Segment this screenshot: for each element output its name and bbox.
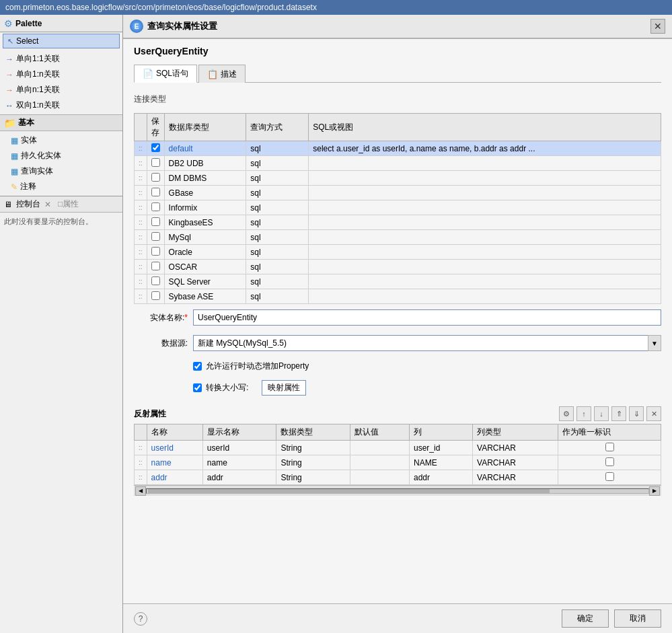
nav-label-2: 单向n:1关联 <box>16 84 60 96</box>
map-button[interactable]: 映射属性 <box>262 380 306 396</box>
cancel-button[interactable]: 取消 <box>614 609 661 628</box>
rrow-display-0: userId <box>202 441 276 455</box>
row-sql-4 <box>309 200 661 215</box>
row-querymode-6: sql <box>246 230 309 245</box>
rth-default: 默认值 <box>350 424 410 441</box>
conn-row-7[interactable]: :: Oracle sql <box>135 245 661 260</box>
title-bar: com.primeton.eos.base.logicflow/src/com/… <box>0 0 672 15</box>
datasource-dropdown-arrow[interactable]: ▼ <box>648 335 661 351</box>
entity-name-input[interactable] <box>193 309 661 326</box>
toolbar-top-btn[interactable]: ⇑ <box>611 406 626 421</box>
datasource-select[interactable]: 新建 MySQL(MySql_5.5) <box>193 335 661 351</box>
query-label: 查询实体 <box>21 165 53 177</box>
datasource-label: 数据源: <box>134 338 188 349</box>
conn-row-2[interactable]: :: DM DBMS sql <box>135 171 661 186</box>
toolbar-settings-btn[interactable]: ⚙ <box>559 406 574 421</box>
conn-row-10[interactable]: :: Sybase ASE sql <box>135 289 661 304</box>
tab-desc[interactable]: 📋 描述 <box>198 65 246 83</box>
row-handle-9: :: <box>135 274 147 289</box>
row-handle-7: :: <box>135 245 147 260</box>
rrow-col-1: NAME <box>410 455 473 470</box>
confirm-button[interactable]: 确定 <box>562 609 609 628</box>
row-sql-5 <box>309 215 661 230</box>
rrow-display-2: addr <box>202 470 276 485</box>
help-button[interactable]: ? <box>134 612 147 626</box>
rth-displayname: 显示名称 <box>202 424 276 441</box>
reflect-row-1[interactable]: :: name name String NAME VARCHAR <box>135 455 661 470</box>
row-check-5[interactable] <box>147 215 164 230</box>
row-handle-1: :: <box>135 156 147 171</box>
row-sql-8 <box>309 260 661 274</box>
row-check-1[interactable] <box>147 156 164 171</box>
h-scrollbar[interactable]: ◀ ▶ <box>134 485 661 496</box>
row-check-4[interactable] <box>147 200 164 215</box>
nav-item-3[interactable]: ↔ 双向1:n关联 <box>0 98 122 113</box>
row-check-2[interactable] <box>147 171 164 186</box>
checkbox1[interactable] <box>193 362 202 371</box>
nav-item-1[interactable]: → 单向1:n关联 <box>0 67 122 82</box>
conn-row-9[interactable]: :: SQL Server sql <box>135 274 661 289</box>
tab-bar: 📄 SQL语句 📋 描述 <box>134 65 661 83</box>
nav-item-0[interactable]: → 单向1:1关联 <box>0 51 122 67</box>
rrow-unique-0[interactable] <box>558 441 661 455</box>
dialog-overlay: E 查询实体属性设置 ✕ UserQueryEntity 📄 SQL语句 📋 描… <box>123 15 672 633</box>
tab-separator: ✕ <box>44 200 51 209</box>
row-querymode-8: sql <box>246 260 309 274</box>
tree-item-note[interactable]: ✎ 注释 <box>0 179 122 194</box>
note-icon: ✎ <box>11 182 17 192</box>
console-message: 此时没有要显示的控制台。 <box>0 213 122 231</box>
row-check-9[interactable] <box>147 274 164 289</box>
conn-row-3[interactable]: :: GBase sql <box>135 186 661 200</box>
select-item[interactable]: ↖ Select <box>3 34 120 48</box>
dialog-title-text: 查询实体属性设置 <box>147 20 217 32</box>
toolbar-down-btn[interactable]: ↓ <box>594 406 609 421</box>
row-check-10[interactable] <box>147 289 164 304</box>
conn-row-4[interactable]: :: Informix sql <box>135 200 661 215</box>
toolbar-up-btn[interactable]: ↑ <box>576 406 591 421</box>
reflect-row-2[interactable]: :: addr addr String addr VARCHAR <box>135 470 661 485</box>
conn-row-0[interactable]: :: default sql select a.user_id as userI… <box>135 141 661 156</box>
row-sql-1 <box>309 156 661 171</box>
rrow-unique-1[interactable] <box>558 455 661 470</box>
row-check-6[interactable] <box>147 230 164 245</box>
th-handle <box>135 114 147 141</box>
conn-row-1[interactable]: :: DB2 UDB sql <box>135 156 661 171</box>
rrow-default-2 <box>350 470 410 485</box>
row-check-0[interactable] <box>147 141 164 156</box>
scroll-track[interactable] <box>146 488 649 494</box>
rrow-coltype-2: VARCHAR <box>473 470 558 485</box>
rrow-dtype-2: String <box>276 470 350 485</box>
rrow-unique-2[interactable] <box>558 470 661 485</box>
close-button[interactable]: ✕ <box>650 19 665 34</box>
tab-sql[interactable]: 📄 SQL语句 <box>134 65 197 83</box>
conn-row-6[interactable]: :: MySql sql <box>135 230 661 245</box>
toolbar-delete-btn[interactable]: ✕ <box>646 406 661 421</box>
row-check-8[interactable] <box>147 260 164 274</box>
sql-tab-icon: 📄 <box>143 69 153 79</box>
row-dbtype-0: default <box>164 141 246 156</box>
tree-item-persist[interactable]: ▦ 持久化实体 <box>0 148 122 163</box>
row-check-3[interactable] <box>147 186 164 200</box>
palette-header: ⚙ Palette <box>0 15 122 32</box>
conn-row-5[interactable]: :: KingbaseES sql <box>135 215 661 230</box>
console-tab[interactable]: 控制台 <box>16 198 40 210</box>
checkbox2[interactable] <box>193 383 202 392</box>
scroll-right-btn[interactable]: ▶ <box>649 486 660 496</box>
persist-icon: ▦ <box>11 151 18 161</box>
nav-item-2[interactable]: → 单向n:1关联 <box>0 82 122 98</box>
basic-label: 基本 <box>18 117 34 128</box>
nav-items: → 单向1:1关联 → 单向1:n关联 → 单向n:1关联 ↔ 双向1:n关联 <box>0 50 122 114</box>
tree-item-entity[interactable]: ▦ 实体 <box>0 133 122 148</box>
scroll-left-btn[interactable]: ◀ <box>135 486 146 496</box>
nav-label-3: 双向1:n关联 <box>16 100 60 111</box>
reflect-row-0[interactable]: :: userId userId String user_id VARCHAR <box>135 441 661 455</box>
toolbar-bottom-btn[interactable]: ⇓ <box>629 406 644 421</box>
row-querymode-9: sql <box>246 274 309 289</box>
arrow-icon-2: → <box>5 85 13 95</box>
tree-item-query[interactable]: ▦ 查询实体 <box>0 163 122 179</box>
conn-row-8[interactable]: :: OSCAR sql <box>135 260 661 274</box>
th-dbtype: 数据库类型 <box>164 114 246 141</box>
property-tab[interactable]: □属性 <box>58 198 79 210</box>
row-check-7[interactable] <box>147 245 164 260</box>
row-querymode-1: sql <box>246 156 309 171</box>
